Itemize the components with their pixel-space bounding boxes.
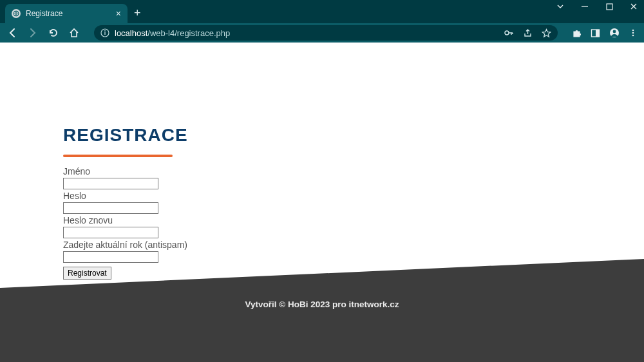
forward-icon[interactable] xyxy=(27,28,39,38)
chevron-down-icon[interactable] xyxy=(554,3,567,10)
password-again-field[interactable] xyxy=(63,227,158,238)
svg-point-4 xyxy=(505,31,509,35)
svg-point-10 xyxy=(632,32,634,34)
window-titlebar: Registrace × + xyxy=(0,0,644,23)
label-password-again: Heslo znovu xyxy=(63,215,385,225)
close-tab-icon[interactable]: × xyxy=(116,8,121,19)
svg-rect-1 xyxy=(607,4,612,10)
reload-icon[interactable] xyxy=(48,28,59,38)
browser-toolbar: localhost/web-l4/registrace.php xyxy=(0,23,644,43)
page-viewport: REGISTRACE Jméno Heslo Heslo znovu Zadej… xyxy=(0,43,644,362)
svg-rect-6 xyxy=(596,30,600,37)
tab-title: Registrace xyxy=(26,9,62,18)
svg-point-3 xyxy=(104,30,106,32)
label-antispam: Zadejte aktuální rok (antispam) xyxy=(63,240,385,250)
sidepanel-icon[interactable] xyxy=(591,28,600,38)
puzzle-icon[interactable] xyxy=(572,28,582,38)
password-field[interactable] xyxy=(63,202,158,214)
info-icon xyxy=(100,28,109,37)
svg-point-11 xyxy=(632,35,634,37)
browser-tab[interactable]: Registrace × xyxy=(5,4,128,23)
svg-point-9 xyxy=(632,30,634,32)
menu-icon[interactable] xyxy=(629,28,638,37)
maximize-icon[interactable] xyxy=(603,3,616,10)
heading-underline xyxy=(63,155,173,157)
url-path: /web-l4/registrace.php xyxy=(147,28,230,38)
footer-text: Vytvořil © HoBi 2023 pro itnetwork.cz xyxy=(245,300,399,309)
profile-icon[interactable] xyxy=(609,28,620,38)
page-footer: Vytvořil © HoBi 2023 pro itnetwork.cz xyxy=(0,259,644,362)
minimize-icon[interactable] xyxy=(578,3,591,10)
back-icon[interactable] xyxy=(6,28,18,38)
close-window-icon[interactable] xyxy=(627,3,640,10)
address-bar[interactable]: localhost/web-l4/registrace.php xyxy=(94,25,558,41)
label-name: Jméno xyxy=(63,166,385,176)
url-text: localhost/web-l4/registrace.php xyxy=(115,28,230,38)
home-icon[interactable] xyxy=(68,28,80,38)
star-icon[interactable] xyxy=(542,28,551,38)
globe-icon xyxy=(12,9,21,18)
name-field[interactable] xyxy=(63,178,158,189)
svg-point-8 xyxy=(613,30,616,33)
new-tab-button[interactable]: + xyxy=(134,6,141,19)
share-icon[interactable] xyxy=(523,28,533,38)
url-host: localhost xyxy=(115,28,147,38)
page-title: REGISTRACE xyxy=(63,125,385,146)
footer-slant xyxy=(0,259,644,288)
key-icon[interactable] xyxy=(504,28,514,38)
label-password: Heslo xyxy=(63,191,385,201)
